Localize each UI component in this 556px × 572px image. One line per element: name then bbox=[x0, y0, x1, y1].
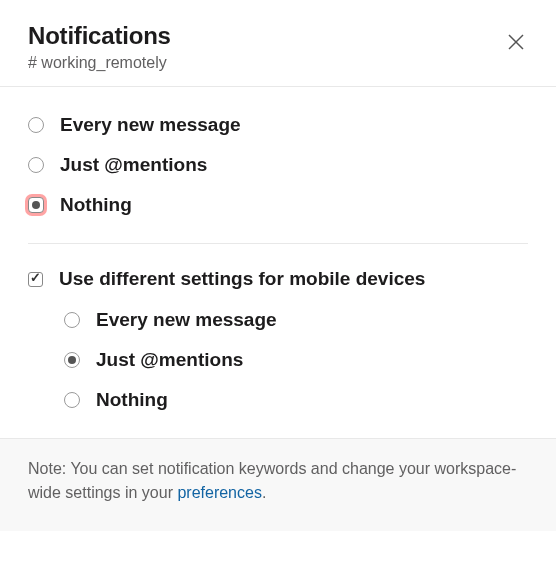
preferences-link[interactable]: preferences bbox=[177, 484, 262, 501]
close-icon bbox=[504, 30, 528, 54]
close-button[interactable] bbox=[504, 30, 532, 58]
checkbox-label: Use different settings for mobile device… bbox=[59, 268, 425, 290]
radio-option-mobile-every-message[interactable]: Every new message bbox=[64, 300, 528, 340]
radio-icon bbox=[28, 157, 44, 173]
mobile-checkbox-row[interactable]: Use different settings for mobile device… bbox=[28, 262, 528, 300]
radio-label: Just @mentions bbox=[96, 349, 243, 371]
mobile-options: Every new message Just @mentions Nothing bbox=[28, 300, 528, 420]
note-suffix: . bbox=[262, 484, 266, 501]
mobile-section: Use different settings for mobile device… bbox=[0, 244, 556, 438]
radio-option-mentions[interactable]: Just @mentions bbox=[28, 145, 528, 185]
page-title: Notifications bbox=[28, 22, 528, 50]
radio-icon bbox=[64, 312, 80, 328]
desktop-options: Every new message Just @mentions Nothing bbox=[0, 87, 556, 243]
radio-label: Every new message bbox=[60, 114, 241, 136]
radio-option-mobile-nothing[interactable]: Nothing bbox=[64, 380, 528, 420]
radio-option-nothing[interactable]: Nothing bbox=[28, 185, 528, 225]
radio-label: Nothing bbox=[96, 389, 168, 411]
radio-option-mobile-mentions[interactable]: Just @mentions bbox=[64, 340, 528, 380]
radio-label: Just @mentions bbox=[60, 154, 207, 176]
radio-icon bbox=[64, 392, 80, 408]
checkbox-icon bbox=[28, 272, 43, 287]
radio-label: Nothing bbox=[60, 194, 132, 216]
radio-icon bbox=[28, 117, 44, 133]
radio-icon bbox=[28, 197, 44, 213]
channel-name: # working_remotely bbox=[28, 54, 528, 72]
header: Notifications # working_remotely bbox=[0, 0, 556, 86]
radio-icon bbox=[64, 352, 80, 368]
radio-option-every-message[interactable]: Every new message bbox=[28, 105, 528, 145]
note-text: Note: You can set notification keywords … bbox=[28, 460, 516, 501]
footer-note: Note: You can set notification keywords … bbox=[0, 439, 556, 531]
radio-label: Every new message bbox=[96, 309, 277, 331]
